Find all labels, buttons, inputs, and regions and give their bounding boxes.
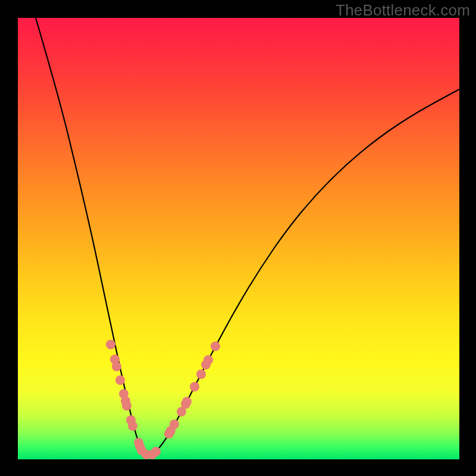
data-dot (203, 355, 213, 365)
dots-group (106, 340, 220, 459)
gradient-plot-area (18, 18, 459, 459)
curve-layer (18, 18, 459, 459)
data-dot (211, 342, 220, 351)
watermark-text: TheBottleneck.com (336, 1, 470, 20)
bottleneck-curve (36, 18, 459, 455)
data-dot (122, 401, 131, 411)
data-dot (190, 382, 199, 392)
data-dot (115, 375, 125, 385)
data-dot (112, 362, 121, 371)
data-dot (106, 340, 115, 349)
chart-frame: TheBottleneck.com (0, 0, 476, 476)
data-dot (128, 421, 137, 431)
data-dot (196, 369, 206, 379)
data-dot (151, 447, 161, 456)
data-dot (170, 419, 179, 429)
data-dot (182, 397, 192, 406)
